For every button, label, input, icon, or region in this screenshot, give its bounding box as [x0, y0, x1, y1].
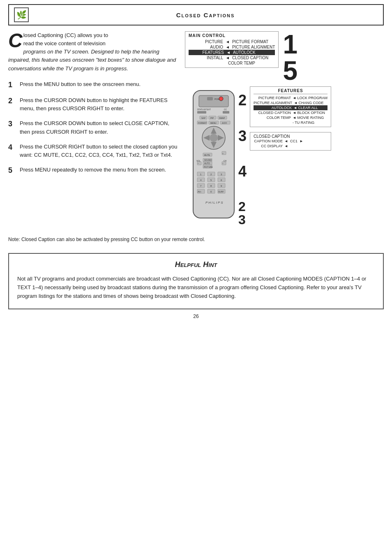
svg-text:PIP: PIP [210, 117, 214, 119]
svg-text:MUTE: MUTE [204, 154, 210, 156]
svg-text:SAP: SAP [201, 117, 206, 119]
page-title: Closed Captions [33, 12, 378, 19]
svg-text:AV+: AV+ [198, 190, 201, 193]
hint-box: Helpful Hint Not all TV programs and pro… [8, 253, 384, 309]
svg-text:FORMAT: FORMAT [198, 122, 207, 124]
main-content: Closed Captioning (CC) allows you to rea… [8, 31, 384, 227]
svg-rect-8 [223, 111, 229, 114]
svg-text:+: + [222, 152, 224, 155]
menu-row-features: FEATURES◄AUTOLOCK [189, 50, 275, 55]
svg-rect-7 [197, 111, 206, 114]
step-2-text: Press the CURSOR DOWN button to highligh… [20, 96, 181, 113]
step-1: 1 Press the MENU button to see the onscr… [8, 80, 181, 90]
feat-row-6: - TU RATING [254, 120, 327, 125]
svg-text:–: – [198, 162, 199, 165]
big-number-15: 1 5 [283, 31, 297, 84]
note-text: Closed Caption can also be activated by … [21, 237, 205, 242]
remote-svg: POWER STATUS/TEXT CC SAP PIP SWAP [185, 86, 242, 226]
step-3-text: Press the CURSOR DOWN button to select C… [20, 119, 181, 136]
step-1-text: Press the MENU button to see the onscree… [20, 80, 141, 88]
svg-text:SURF: SURF [218, 190, 224, 193]
step-3: 3 Press the CURSOR DOWN button to select… [8, 119, 181, 136]
header-icon: 🌿 [14, 7, 29, 22]
cc-title: CLOSED CAPTION [254, 134, 327, 139]
svg-text:SOUND: SOUND [204, 159, 212, 161]
svg-point-26 [210, 134, 218, 142]
right-column: MAIN CONTROL PICTURE◄PICTURE FORMAT AUDI… [181, 31, 384, 227]
step-5: 5 Press MENU repeatedly to remove the me… [8, 166, 181, 175]
step-1-number: 1 [8, 80, 16, 90]
menu-row-audio: AUDIO◄PICTURE ALIGNMENT [189, 44, 275, 50]
intro-text: Closed Captioning (CC) allows you to rea… [8, 31, 181, 73]
cc-menu: CLOSED CAPTION CAPTION MODE ◄ CC1 ► CC D… [250, 132, 331, 151]
feat-row-5: COLOR TEMP ◄ MOVIE RATING [254, 115, 327, 120]
step-number-overlays: 2 3 4 2 3 [242, 86, 247, 226]
step-5-number: 5 [8, 166, 16, 175]
feat-row-2: PICTURE ALIGNMENT ◄ CHANG CODE [254, 100, 327, 105]
features-title: FEATURES [254, 88, 327, 94]
step-4-text: Press the CURSOR RIGHT button to select … [20, 143, 181, 159]
step-4: 4 Press the CURSOR RIGHT button to selec… [8, 143, 181, 159]
step-3-number: 3 [8, 119, 16, 129]
page-header: 🌿 Closed Captions [8, 4, 384, 26]
page-number: 26 [0, 313, 392, 319]
feat-row-3: AUTOLOCK ◄ CLEAR ALL [254, 105, 327, 110]
drop-cap: C [8, 33, 23, 49]
menu-row-picture: PICTURE◄PICTURE FORMAT [189, 39, 275, 44]
svg-rect-1 [199, 95, 228, 107]
feat-row-1: PICTURE FORMAT ◄ LOCK PROGRAM [254, 95, 327, 100]
svg-text:STATUS/TEXT: STATUS/TEXT [197, 108, 211, 111]
svg-text:–: – [222, 162, 224, 165]
left-column: Closed Captioning (CC) allows you to rea… [8, 31, 181, 227]
svg-point-4 [219, 97, 223, 101]
menu-row-install: INSTALL◄CLOSED CAPTION [189, 55, 275, 60]
hint-text: Not all TV programs and product commerci… [17, 275, 375, 300]
svg-rect-2 [207, 97, 213, 100]
menu-row-colortemp: COLOR TEMP [189, 60, 275, 66]
step-4-number: 4 [8, 143, 16, 152]
note-section: Note: Closed Caption can also be activat… [8, 236, 384, 243]
cc-row-2: CC DISPLAY ◄ [254, 144, 327, 149]
steps-list: 1 Press the MENU button to see the onscr… [8, 80, 181, 176]
svg-text:CC: CC [224, 108, 227, 111]
step-2-number: 2 [8, 96, 16, 106]
svg-text:SWAP: SWAP [219, 117, 225, 119]
svg-text:PHILIPS: PHILIPS [205, 201, 224, 204]
svg-text:MENU: MENU [210, 122, 217, 124]
side-menus: FEATURES PICTURE FORMAT ◄ LOCK PROGRAM P… [250, 86, 331, 151]
feat-row-4: CLOSED CAPTION ◄ BLOCK OPTION [254, 110, 327, 115]
main-menu-title: MAIN CONTROL [189, 33, 275, 38]
features-menu: FEATURES PICTURE FORMAT ◄ LOCK PROGRAM P… [250, 86, 331, 127]
cc-row-1: CAPTION MODE ◄ CC1 ► [254, 139, 327, 144]
svg-text:A/CH: A/CH [222, 122, 227, 124]
step-2: 2 Press the CURSOR DOWN button to highli… [8, 96, 181, 113]
step-5-text: Press MENU repeatedly to remove the menu… [20, 166, 166, 174]
svg-text:AUTO: AUTO [204, 162, 210, 165]
svg-text:PICTURE: PICTURE [204, 166, 213, 168]
main-control-menu: MAIN CONTROL PICTURE◄PICTURE FORMAT AUDI… [185, 31, 279, 68]
note-label: Note: [8, 237, 20, 242]
remote-control-illustration: POWER STATUS/TEXT CC SAP PIP SWAP [185, 86, 242, 227]
hint-title: Helpful Hint [17, 260, 375, 269]
